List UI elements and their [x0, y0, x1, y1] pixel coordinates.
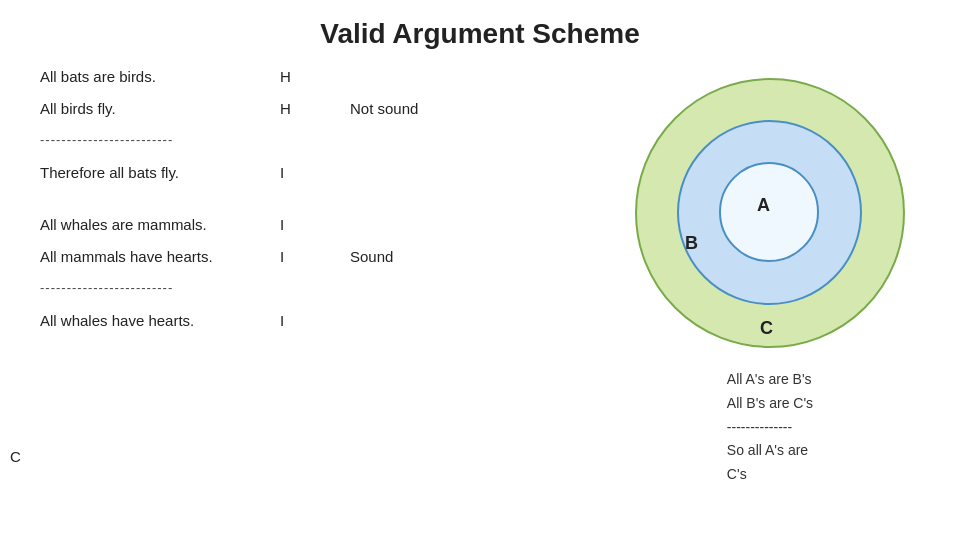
syllogism-line3: So all A's are	[727, 439, 813, 463]
syllogism-divider: --------------	[727, 416, 813, 440]
conclusion-1-text: Therefore all bats fly.	[40, 164, 270, 181]
premise-2-note: Not sound	[330, 100, 418, 117]
argument-row-6: All whales have hearts. I	[40, 312, 580, 338]
premise-4-note: Sound	[330, 248, 393, 265]
venn-label-a: A	[757, 195, 770, 216]
syllogism-line1: All A's are B's	[727, 368, 813, 392]
premise-2-text: All birds fly.	[40, 100, 270, 117]
premise-2-label: H	[270, 100, 330, 117]
divider-2-text: -------------------------	[40, 280, 270, 295]
premise-1-text: All bats are birds.	[40, 68, 270, 85]
argument-row-5: All mammals have hearts. I Sound	[40, 248, 580, 274]
venn-label-b: B	[685, 233, 698, 254]
premise-3-label: I	[270, 216, 330, 233]
bottom-c-label: C	[10, 448, 21, 465]
syllogism-block: All A's are B's All B's are C's --------…	[727, 368, 813, 487]
syllogism-line4: C's	[727, 463, 813, 487]
conclusion-2-text: All whales have hearts.	[40, 312, 270, 329]
argument-row-3: Therefore all bats fly. I	[40, 164, 580, 190]
premise-3-text: All whales are mammals.	[40, 216, 270, 233]
premise-1-label: H	[270, 68, 330, 85]
page-title: Valid Argument Scheme	[0, 0, 960, 50]
argument-row-4: All whales are mammals. I	[40, 216, 580, 242]
argument-row-1: All bats are birds. H	[40, 68, 580, 94]
argument-row-2: All birds fly. H Not sound	[40, 100, 580, 126]
divider-row-2: -------------------------	[40, 280, 580, 306]
premise-4-text: All mammals have hearts.	[40, 248, 270, 265]
conclusion-2-label: I	[270, 312, 330, 329]
left-section: All bats are birds. H All birds fly. H N…	[40, 68, 580, 487]
premise-4-label: I	[270, 248, 330, 265]
divider-row-1: -------------------------	[40, 132, 580, 158]
venn-label-c: C	[760, 318, 773, 339]
right-section: A B C All A's are B's All B's are C's --…	[580, 68, 960, 487]
venn-diagram: A B C	[630, 78, 910, 358]
divider-1-text: -------------------------	[40, 132, 270, 147]
syllogism-line2: All B's are C's	[727, 392, 813, 416]
conclusion-1-label: I	[270, 164, 330, 181]
